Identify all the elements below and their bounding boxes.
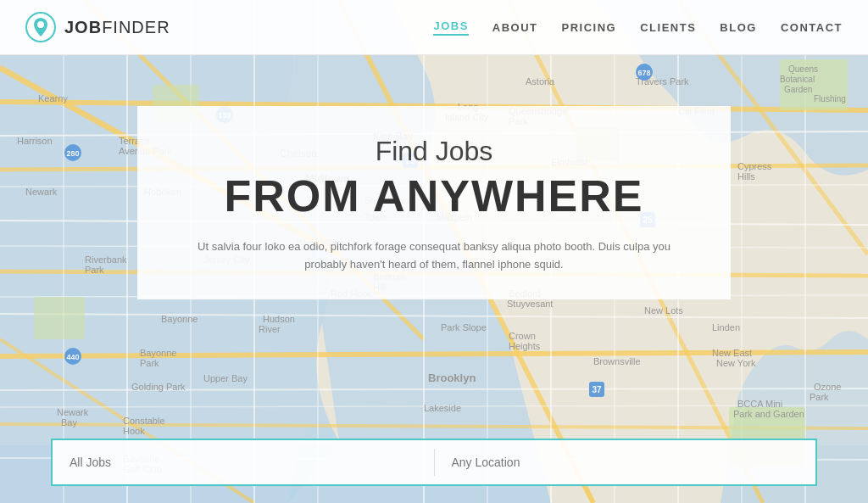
logo-area: JOBFINDER <box>25 12 170 42</box>
search-jobs-input[interactable] <box>53 440 434 484</box>
nav-item-blog[interactable]: BLOG <box>720 21 757 34</box>
search-bar <box>51 439 817 486</box>
nav-item-about[interactable]: ABOUT <box>492 21 538 34</box>
nav-item-clients[interactable]: CLIENTS <box>640 21 696 34</box>
hero-subtitle: Find Jobs <box>188 136 680 167</box>
navigation: JOBSABOUTPRICINGCLIENTSBLOGCONTACT <box>433 20 843 36</box>
hero-title: FROM ANYWHERE <box>188 170 680 221</box>
hero-text-box: Find Jobs FROM ANYWHERE Ut salvia four l… <box>137 106 731 299</box>
svg-point-117 <box>37 21 44 28</box>
nav-item-contact[interactable]: CONTACT <box>781 21 843 34</box>
header: JOBFINDER JOBSABOUTPRICINGCLIENTSBLOGCON… <box>0 0 868 55</box>
search-location-input[interactable] <box>435 440 816 484</box>
nav-item-jobs[interactable]: JOBS <box>433 20 468 36</box>
hero-description: Ut salvia four loko ea odio, pitchfork f… <box>188 238 680 274</box>
logo-icon <box>25 12 56 42</box>
logo-text: JOBFINDER <box>64 18 170 37</box>
nav-item-pricing[interactable]: PRICING <box>562 21 617 34</box>
hero-overlay: Find Jobs FROM ANYWHERE Ut salvia four l… <box>0 55 868 299</box>
